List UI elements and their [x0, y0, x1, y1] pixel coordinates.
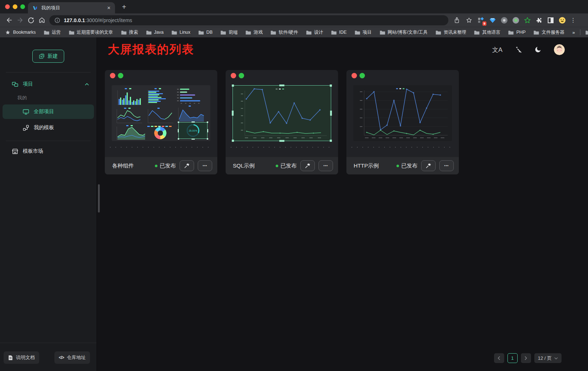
project-card[interactable]: 25.00% 各种组件 已发布 [105, 70, 217, 174]
repository-button[interactable]: </> 仓库地址 [54, 351, 90, 364]
scrollbar-thumb[interactable] [98, 184, 100, 213]
bookmarks-overflow-chevron[interactable]: » [572, 30, 575, 35]
share-icon [454, 17, 460, 24]
share-button[interactable] [451, 15, 462, 26]
extension-emoji[interactable] [557, 15, 567, 25]
page-number-button[interactable]: 1 [507, 353, 518, 363]
folder-icon [534, 30, 539, 35]
bookmark-folder[interactable]: Linux [172, 30, 190, 35]
language-toggle-icon[interactable]: 文A [492, 46, 502, 54]
main-content: 大屏报表的列表 文A [97, 37, 588, 371]
project-preview[interactable]: 25.00% [112, 85, 210, 141]
bookmark-folder[interactable]: 其他语言 [474, 29, 500, 36]
extension-glyph-circle[interactable] [499, 15, 509, 25]
docs-button[interactable]: 说明文档 [4, 351, 39, 364]
reload-button[interactable] [25, 15, 36, 26]
bookmark-folder[interactable]: DB [198, 30, 213, 35]
gray-circle-icon [501, 17, 508, 24]
macos-close-button[interactable] [5, 4, 10, 9]
donut-chart-icon [154, 127, 166, 139]
sidebar-item-my-templates[interactable]: 我的模板 [0, 120, 96, 136]
status-badge: 已发布 [396, 162, 418, 169]
sidebar-item-all-projects[interactable]: 全部项目 [3, 104, 94, 119]
theme-wand-icon[interactable] [515, 46, 522, 53]
edit-button[interactable] [180, 160, 194, 171]
new-copy-plus-icon [39, 53, 45, 59]
goview-logo-icon [32, 5, 38, 11]
bookmark-folder[interactable]: 项目 [355, 29, 372, 36]
site-info-icon[interactable] [54, 17, 60, 23]
bookmark-folder[interactable]: 文件服务器 [534, 29, 564, 36]
folder-icon [146, 30, 152, 35]
user-avatar[interactable] [554, 44, 565, 55]
bookmark-page-button[interactable] [464, 15, 474, 26]
url-text: 127.0.0.1:3000/#/project/items [64, 17, 132, 24]
bookmarks-manager[interactable]: Bookmarks [5, 30, 36, 35]
back-button[interactable] [4, 15, 15, 26]
card-red-dot-icon [110, 73, 115, 78]
project-preview-selected-chart[interactable] [233, 85, 331, 141]
monitor-icon [22, 108, 29, 115]
card-footer: HTTP示例 已发布 ••• [346, 157, 459, 174]
edit-button[interactable] [300, 160, 315, 171]
bookmark-folder[interactable]: Java [146, 30, 164, 35]
macos-zoom-button[interactable] [20, 4, 25, 9]
macos-minimize-button[interactable] [13, 4, 17, 9]
bookmarks-divider [580, 29, 580, 35]
bookmark-folder[interactable]: 前端 [221, 29, 238, 36]
chevron-left-icon [497, 356, 501, 360]
extension-dot-circle[interactable] [511, 15, 521, 25]
extension-gem[interactable] [488, 15, 498, 25]
extensions-puzzle-button[interactable] [534, 15, 544, 25]
project-name: HTTP示例 [354, 162, 379, 169]
folder-icon [69, 30, 74, 35]
bookmark-folder[interactable]: 网站/博客/文章/工具 [380, 29, 428, 36]
more-button[interactable]: ••• [439, 160, 454, 171]
other-bookmarks[interactable]: 其他书签 [585, 29, 588, 36]
dark-mode-moon-icon[interactable] [534, 46, 542, 53]
home-button[interactable] [36, 15, 47, 26]
sidebar-item-template-market[interactable]: 模板市场 [0, 143, 96, 159]
bookmark-folder[interactable]: 运营 [44, 29, 61, 36]
bookmark-folder[interactable]: PHP [508, 30, 526, 35]
card-footer: SQL示例 已发布 ••• [226, 157, 338, 174]
address-bar[interactable]: 127.0.0.1:3000/#/project/items [49, 15, 448, 25]
folder-icon [380, 30, 385, 35]
next-page-button[interactable] [521, 353, 531, 363]
project-card[interactable]: HTTP示例 已发布 ••• [346, 70, 459, 174]
edit-button[interactable] [421, 160, 436, 171]
header-icons: 文A [492, 44, 565, 55]
storefront-icon [12, 148, 18, 155]
bookmark-folder[interactable]: IDE [331, 30, 347, 35]
smiley-icon [559, 17, 566, 24]
more-button[interactable]: ••• [198, 160, 212, 171]
folder-icon [271, 30, 276, 35]
forward-button[interactable] [15, 15, 25, 26]
puzzle-icon [536, 17, 542, 24]
new-project-button[interactable]: 新建 [32, 50, 64, 63]
prev-page-button[interactable] [494, 353, 504, 363]
bookmark-folder[interactable]: 游戏 [246, 29, 263, 36]
bookmark-folder[interactable]: 搜索 [121, 29, 138, 36]
toolbar-right: 9 [451, 15, 577, 26]
bookmark-folder[interactable]: 近期需要读的文章 [69, 29, 113, 36]
extension-green-star[interactable] [522, 15, 533, 25]
sidebar-group-project[interactable]: 项目 [0, 76, 96, 92]
extension-dark-mode[interactable] [546, 15, 556, 25]
browser-menu-button[interactable]: ⋮ [569, 17, 577, 24]
extension-grid[interactable]: 9 [476, 15, 486, 25]
bookmark-folder[interactable]: 资讯未整理 [436, 29, 466, 36]
tab-close-icon[interactable]: ✕ [107, 5, 111, 11]
bookmark-folder[interactable]: 设计 [306, 29, 323, 36]
bookmark-folder[interactable]: 软件/硬件 [271, 29, 298, 36]
browser-tab[interactable]: 我的项目 ✕ [28, 2, 115, 13]
new-tab-button[interactable]: + [119, 2, 129, 12]
project-card[interactable]: SQL示例 已发布 ••• [226, 70, 338, 174]
tab-bar: 我的项目 ✕ + [0, 0, 588, 13]
chevron-right-icon [524, 356, 528, 360]
project-preview[interactable] [353, 85, 452, 141]
page-size-select[interactable]: 12 / 页 [534, 353, 562, 363]
selected-gauge-widget[interactable]: 25.00% [178, 122, 207, 139]
card-green-dot-icon [239, 73, 244, 78]
more-button[interactable]: ••• [318, 160, 333, 171]
